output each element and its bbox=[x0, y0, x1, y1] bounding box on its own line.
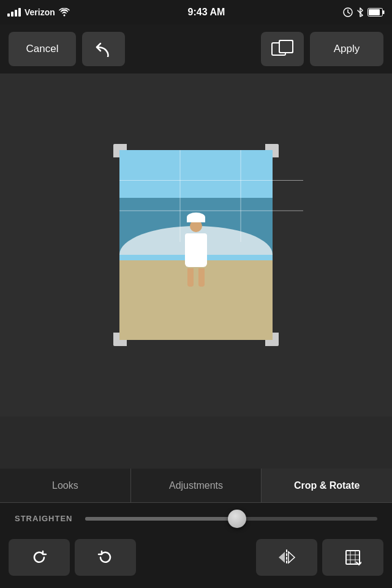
bottom-panel: Looks Adjustments Crop & Rotate STRAIGHT… bbox=[0, 469, 392, 588]
svg-rect-3 bbox=[369, 9, 380, 15]
beach-scene bbox=[119, 150, 273, 340]
straighten-section: STRAIGHTEN bbox=[0, 503, 392, 533]
carrier-label: Verizon bbox=[24, 7, 55, 17]
slider-track[interactable] bbox=[85, 517, 378, 521]
rotate-cw-icon bbox=[31, 549, 48, 566]
apply-button[interactable]: Apply bbox=[310, 32, 383, 66]
rotate-cw-button[interactable] bbox=[9, 539, 70, 576]
status-bar: Verizon 9:43 AM bbox=[0, 0, 392, 24]
status-right bbox=[343, 7, 385, 17]
person-hat bbox=[187, 213, 205, 222]
person-legs bbox=[187, 268, 205, 287]
battery-icon bbox=[368, 8, 385, 17]
bluetooth-icon bbox=[356, 7, 364, 17]
person-leg-left bbox=[187, 268, 194, 287]
rotate-ccw-button[interactable] bbox=[75, 539, 136, 576]
person-body bbox=[185, 233, 207, 267]
tab-crop-rotate[interactable]: Crop & Rotate bbox=[262, 469, 392, 502]
tab-looks[interactable]: Looks bbox=[0, 469, 131, 502]
cancel-button[interactable]: Cancel bbox=[9, 32, 76, 66]
straighten-label: STRAIGHTEN bbox=[15, 514, 73, 523]
tab-bar: Looks Adjustments Crop & Rotate bbox=[0, 469, 392, 503]
undo-button[interactable] bbox=[82, 32, 125, 66]
svg-rect-12 bbox=[346, 551, 360, 564]
slider-thumb[interactable] bbox=[228, 510, 246, 528]
svg-rect-4 bbox=[383, 10, 385, 14]
flip-button[interactable] bbox=[256, 539, 317, 576]
person-leg-right bbox=[198, 268, 205, 287]
flip-icon bbox=[277, 549, 296, 566]
tab-adjustments[interactable]: Adjustments bbox=[131, 469, 262, 502]
wifi-icon bbox=[59, 8, 70, 17]
frames-button[interactable] bbox=[261, 32, 304, 66]
edit-area bbox=[0, 74, 392, 417]
time-display: 9:43 AM bbox=[188, 7, 225, 18]
person-figure bbox=[185, 213, 207, 287]
toolbar: Cancel Apply bbox=[0, 24, 392, 74]
crop-preset-button[interactable] bbox=[322, 539, 383, 576]
signal-bars bbox=[7, 8, 21, 17]
status-left: Verizon bbox=[7, 7, 70, 17]
transform-group bbox=[256, 539, 383, 576]
rotate-group bbox=[9, 539, 136, 576]
svg-rect-6 bbox=[279, 40, 293, 53]
frames-icon bbox=[271, 40, 293, 58]
bottom-actions bbox=[0, 533, 392, 588]
crop-preset-icon bbox=[344, 549, 361, 566]
crop-container[interactable] bbox=[113, 144, 279, 346]
photo-canvas bbox=[119, 150, 273, 340]
svg-point-0 bbox=[63, 15, 65, 17]
rotate-ccw-icon bbox=[97, 549, 114, 566]
clock-icon bbox=[343, 7, 353, 17]
slider-fill bbox=[85, 517, 237, 521]
undo-icon bbox=[94, 41, 113, 57]
